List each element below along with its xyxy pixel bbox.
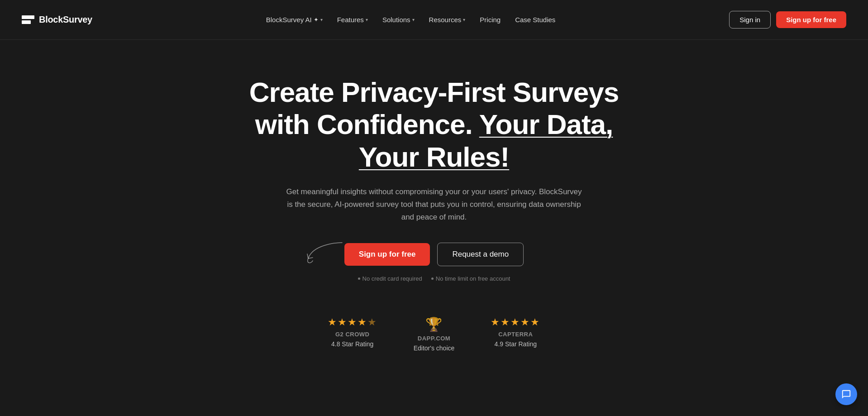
nav-link-features-label: Features: [337, 16, 364, 24]
dot-icon: [358, 277, 360, 280]
nav-link-solutions-label: Solutions: [382, 16, 410, 24]
hero-note: No credit card required No time limit on…: [358, 275, 510, 282]
hero-note-no-card: No credit card required: [358, 275, 422, 282]
hero-title: Create Privacy-First Surveys with Confid…: [230, 76, 638, 173]
hero-subtitle: Get meaningful insights without compromi…: [285, 186, 583, 224]
nav-link-case-studies-label: Case Studies: [515, 16, 555, 24]
hero-signup-button[interactable]: Sign up for free: [344, 243, 430, 266]
nav-link-resources-label: Resources: [429, 16, 462, 24]
arrow-decoration: [304, 238, 344, 265]
nav-link-case-studies[interactable]: Case Studies: [510, 12, 561, 27]
trophy-icon: 🏆: [425, 316, 442, 332]
nav-item-ai[interactable]: BlockSurvey AI ✦ ▾: [261, 12, 328, 27]
nav-link-resources[interactable]: Resources ▾: [424, 12, 471, 27]
dot-icon: [431, 277, 434, 280]
nav-link-ai-label: BlockSurvey AI: [266, 16, 312, 24]
chat-icon: [841, 389, 851, 399]
nav-link-solutions[interactable]: Solutions ▾: [377, 12, 420, 27]
rating-dapp: 🏆 DAPP.COM Editor's choice: [414, 316, 455, 352]
ai-badge: ✦: [314, 16, 319, 23]
chevron-down-icon: ▾: [412, 17, 415, 22]
chevron-down-icon: ▾: [366, 17, 368, 22]
logo-icon: [22, 15, 34, 24]
dapp-value: Editor's choice: [414, 344, 455, 352]
g2-stars: ★★★★★: [328, 316, 377, 328]
navbar: BlockSurvey BlockSurvey AI ✦ ▾ Features …: [0, 0, 868, 40]
logo-text: BlockSurvey: [39, 14, 92, 25]
capterra-value: 4.9 Star Rating: [495, 340, 537, 348]
nav-item-resources[interactable]: Resources ▾: [424, 12, 471, 27]
nav-item-pricing[interactable]: Pricing: [474, 12, 506, 27]
chat-bubble[interactable]: [835, 383, 857, 405]
hero-note-no-limit: No time limit on free account: [431, 275, 510, 282]
nav-link-ai[interactable]: BlockSurvey AI ✦ ▾: [261, 12, 328, 27]
chevron-down-icon: ▾: [463, 17, 465, 22]
hero-title-line1: Create Privacy-First Surveys: [249, 77, 619, 108]
rating-g2: ★★★★★ G2 CROWD 4.8 Star Rating: [328, 316, 377, 348]
g2-value: 4.8 Star Rating: [331, 340, 373, 348]
capterra-stars: ★★★★★: [491, 316, 540, 328]
signup-button[interactable]: Sign up for free: [776, 11, 846, 28]
nav-links: BlockSurvey AI ✦ ▾ Features ▾ Solutions …: [261, 12, 561, 27]
logo[interactable]: BlockSurvey: [22, 14, 92, 25]
hero-section: Create Privacy-First Surveys with Confid…: [0, 40, 868, 379]
nav-actions: Sign in Sign up for free: [729, 11, 846, 29]
ratings-section: ★★★★★ G2 CROWD 4.8 Star Rating 🏆 DAPP.CO…: [328, 307, 541, 352]
nav-item-features[interactable]: Features ▾: [332, 12, 373, 27]
nav-link-pricing[interactable]: Pricing: [474, 12, 506, 27]
rating-capterra: ★★★★★ CAPTERRA 4.9 Star Rating: [491, 316, 540, 348]
nav-item-solutions[interactable]: Solutions ▾: [377, 12, 420, 27]
hero-title-line2: with Confidence.: [255, 109, 472, 140]
chevron-down-icon: ▾: [320, 17, 323, 22]
capterra-platform: CAPTERRA: [498, 331, 533, 338]
hero-cta: Sign up for free Request a demo: [344, 243, 524, 266]
nav-link-features[interactable]: Features ▾: [332, 12, 373, 27]
hero-demo-button[interactable]: Request a demo: [437, 243, 524, 266]
g2-platform: G2 CROWD: [335, 331, 370, 338]
dapp-platform: DAPP.COM: [418, 335, 450, 342]
nav-link-pricing-label: Pricing: [480, 16, 501, 24]
signin-button[interactable]: Sign in: [729, 11, 771, 29]
nav-item-case-studies[interactable]: Case Studies: [510, 12, 561, 27]
